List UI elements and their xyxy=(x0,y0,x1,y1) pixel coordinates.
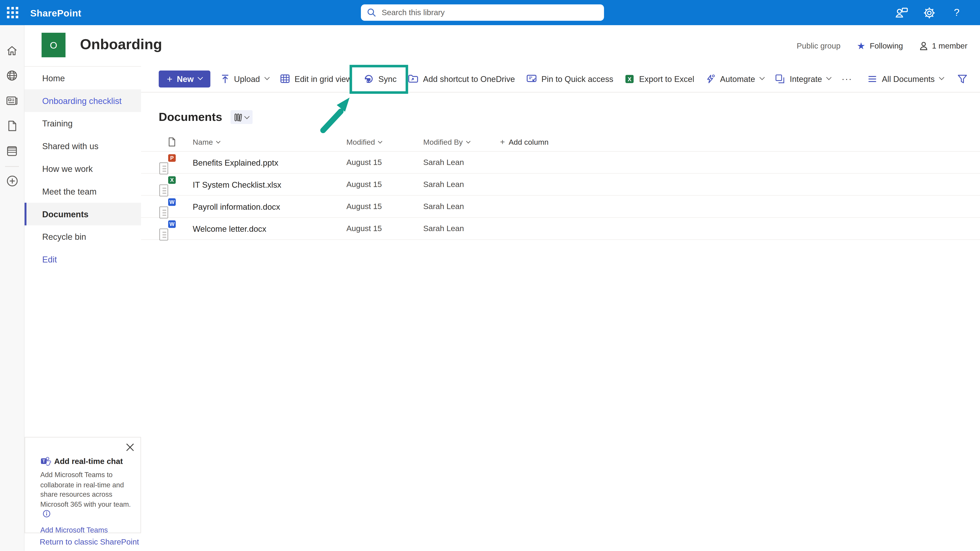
left-nav: Home Onboarding checklist Training Share… xyxy=(24,66,141,551)
lists-icon[interactable] xyxy=(0,138,24,164)
suite-icons: ? xyxy=(894,0,964,25)
document-icon[interactable] xyxy=(0,113,24,138)
file-name[interactable]: Welcome letter.docx xyxy=(192,224,346,233)
globe-icon[interactable] xyxy=(0,63,24,88)
chevron-down-icon xyxy=(939,75,944,80)
new-button[interactable]: + New xyxy=(159,70,210,87)
table-row[interactable]: P Benefits Explained.pptx August 15 Sara… xyxy=(141,152,980,174)
pin-icon xyxy=(526,75,536,83)
sync-icon xyxy=(363,74,373,84)
chevron-down-icon xyxy=(759,75,765,80)
add-teams-link[interactable]: Add Microsoft Teams xyxy=(40,526,132,534)
automate-flow-icon xyxy=(706,74,715,83)
add-shortcut-icon xyxy=(408,75,418,83)
search-box[interactable] xyxy=(361,5,604,21)
sync-button[interactable]: Sync xyxy=(358,69,402,88)
library-heading-row: Documents xyxy=(141,110,980,124)
settings-gear-icon[interactable] xyxy=(922,6,936,19)
site-title: Onboarding xyxy=(80,36,162,53)
members-button[interactable]: 1 member xyxy=(920,41,967,50)
file-type-column-icon[interactable] xyxy=(168,137,192,146)
svg-text:T: T xyxy=(42,459,45,464)
file-modified-by[interactable]: Sarah Lean xyxy=(423,202,500,211)
file-name[interactable]: IT System Checklist.xlsx xyxy=(192,179,346,189)
search-input[interactable] xyxy=(382,8,598,17)
nav-item-edit[interactable]: Edit xyxy=(24,248,141,271)
main-content: + New Upload Edit in grid view xyxy=(141,66,980,551)
chevron-down-icon xyxy=(264,75,269,80)
create-plus-icon[interactable] xyxy=(0,168,24,193)
search-icon xyxy=(367,8,376,17)
nav-item-home[interactable]: Home xyxy=(24,67,141,89)
file-modified-by[interactable]: Sarah Lean xyxy=(423,180,500,189)
site-meta: Public group ★ Following 1 member xyxy=(797,25,967,66)
home-icon[interactable] xyxy=(0,38,24,63)
teams-promo-panel: T Add real-time chat Add Microsoft Teams… xyxy=(24,437,141,533)
edit-grid-view-button[interactable]: Edit in grid view xyxy=(274,69,358,88)
privacy-label: Public group xyxy=(797,41,841,50)
view-controls: All Documents xyxy=(857,69,980,88)
file-modified: August 15 xyxy=(346,202,423,211)
nav-item-shared-with-us[interactable]: Shared with us xyxy=(24,135,141,157)
add-column-button[interactable]: +Add column xyxy=(500,137,549,146)
add-shortcut-onedrive-button[interactable]: Add shortcut to OneDrive xyxy=(402,69,521,88)
plus-icon: + xyxy=(167,74,172,83)
file-modified-by[interactable]: Sarah Lean xyxy=(423,224,500,233)
chevron-down-icon xyxy=(378,139,383,144)
table-row[interactable]: W Payroll information.docx August 15 Sar… xyxy=(141,196,980,218)
filter-button[interactable] xyxy=(952,69,973,88)
more-commands-button[interactable]: ··· xyxy=(837,74,857,84)
chevron-down-icon xyxy=(466,139,470,144)
sharepoint-page: SharePoint ? xyxy=(0,0,980,551)
star-icon: ★ xyxy=(857,41,865,50)
chevron-down-icon xyxy=(216,139,221,144)
table-row[interactable]: X IT System Checklist.xlsx August 15 Sar… xyxy=(141,174,980,196)
nav-item-training[interactable]: Training xyxy=(24,112,141,135)
automate-button[interactable]: Automate xyxy=(700,69,770,88)
following-button[interactable]: ★ Following xyxy=(857,41,903,50)
upload-icon xyxy=(221,74,229,83)
nav-item-how-we-work[interactable]: How we work xyxy=(24,157,141,180)
table-row[interactable]: W Welcome letter.docx August 15 Sarah Le… xyxy=(141,218,980,240)
suite-bar: SharePoint ? xyxy=(0,0,980,25)
integrate-button[interactable]: Integrate xyxy=(770,69,837,88)
column-header-modified-by[interactable]: Modified By xyxy=(423,138,500,146)
svg-text:X: X xyxy=(627,76,631,82)
info-icon[interactable] xyxy=(43,510,50,518)
documents-table: Name Modified Modified By +Add column P … xyxy=(141,133,980,240)
pin-quick-access-button[interactable]: Pin to Quick access xyxy=(521,69,619,88)
following-label: Following xyxy=(870,41,903,50)
nav-item-meet-the-team[interactable]: Meet the team xyxy=(24,180,141,203)
export-excel-button[interactable]: X Export to Excel xyxy=(619,69,700,88)
view-toggle-button[interactable] xyxy=(230,110,252,124)
nav-item-documents[interactable]: Documents xyxy=(24,203,141,225)
details-info-button[interactable] xyxy=(975,69,980,88)
close-icon[interactable] xyxy=(126,443,135,452)
integrate-icon xyxy=(775,74,785,83)
upload-button[interactable]: Upload xyxy=(215,69,274,88)
site-logo[interactable]: O xyxy=(41,33,65,57)
command-bar: + New Upload Edit in grid view xyxy=(141,66,980,89)
site-header: O Onboarding Public group ★ Following 1 … xyxy=(24,25,980,66)
waffle-icon xyxy=(7,7,18,18)
nav-item-onboarding-checklist[interactable]: Onboarding checklist xyxy=(24,89,141,112)
nav-item-recycle-bin[interactable]: Recycle bin xyxy=(24,225,141,248)
file-modified-by[interactable]: Sarah Lean xyxy=(423,158,500,167)
feedback-person-chat-icon[interactable] xyxy=(894,6,908,19)
file-modified: August 15 xyxy=(346,180,423,189)
file-name[interactable]: Benefits Explained.pptx xyxy=(192,158,346,167)
chevron-down-icon xyxy=(244,114,250,119)
rail-divider xyxy=(5,166,19,167)
view-selector-button[interactable]: All Documents xyxy=(862,69,949,88)
column-header-modified[interactable]: Modified xyxy=(346,138,423,146)
app-launcher-waffle-icon[interactable] xyxy=(0,0,25,25)
promo-title-row: T Add real-time chat xyxy=(40,456,132,466)
file-modified: August 15 xyxy=(346,224,423,233)
file-name[interactable]: Payroll information.docx xyxy=(192,202,346,211)
library-title: Documents xyxy=(159,110,222,124)
plus-icon: + xyxy=(500,137,505,146)
return-classic-link[interactable]: Return to classic SharePoint xyxy=(24,533,141,551)
news-icon[interactable] xyxy=(0,88,24,113)
help-icon[interactable]: ? xyxy=(950,6,964,19)
column-header-name[interactable]: Name xyxy=(192,138,346,146)
